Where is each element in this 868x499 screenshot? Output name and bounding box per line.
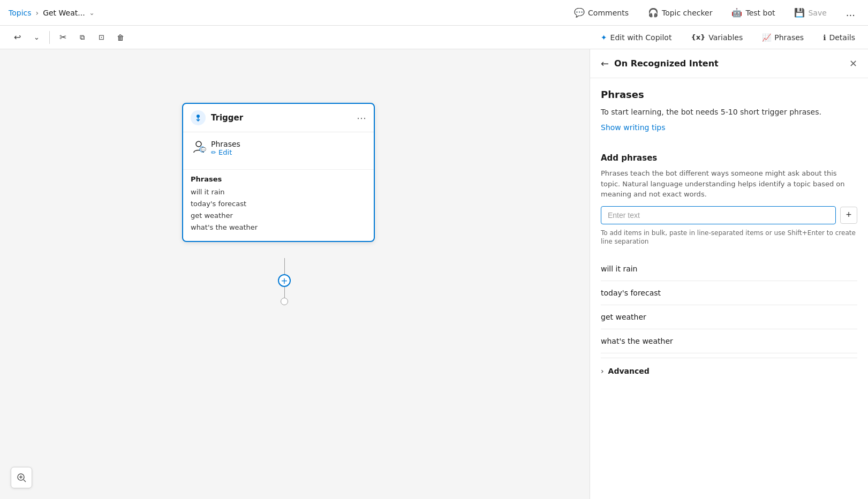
paste-button[interactable]: ⊡ xyxy=(93,29,110,46)
panel-header: ← On Recognized Intent ✕ xyxy=(590,49,868,78)
phrase-item-3: get weather xyxy=(191,210,366,222)
bulk-hint-text: To add items in bulk, paste in line-sepa… xyxy=(601,229,857,247)
svg-text:💬: 💬 xyxy=(201,147,206,152)
advanced-chevron-icon: › xyxy=(601,367,604,375)
trigger-header: Trigger ⋯ xyxy=(183,104,374,132)
toolbar: ↩ ⌄ ✂ ⧉ ⊡ 🗑 ✦ Edit with Copilot {x} Vari… xyxy=(0,26,868,49)
phrase-item-4: what's the weather xyxy=(191,222,366,233)
trigger-icon xyxy=(191,110,206,125)
topic-checker-icon: 🎧 xyxy=(648,7,659,18)
advanced-section[interactable]: › Advanced xyxy=(601,358,857,384)
trigger-header-left: Trigger xyxy=(191,110,243,125)
comments-icon: 💬 xyxy=(574,7,585,18)
details-icon: ℹ xyxy=(823,33,826,42)
right-panel: ← On Recognized Intent ✕ Phrases To star… xyxy=(590,49,868,499)
delete-button[interactable]: 🗑 xyxy=(112,29,129,46)
edit-pencil-icon: ✏ xyxy=(211,149,216,156)
more-button[interactable]: ... xyxy=(842,5,859,20)
connector-line-top xyxy=(284,258,285,274)
copy-button[interactable]: ⧉ xyxy=(73,29,90,46)
phrases-list-title: Phrases xyxy=(191,175,366,183)
variables-icon: {x} xyxy=(691,33,705,41)
toolbar-separator xyxy=(49,31,50,44)
phrases-description: To start learning, the bot needs 5-10 sh… xyxy=(601,107,857,118)
undo-button[interactable]: ↩ xyxy=(9,29,26,46)
phrases-row: 💬 Phrases ✏ Edit xyxy=(191,139,366,157)
edit-label: Edit xyxy=(218,148,232,156)
connector-end-circle xyxy=(281,298,288,305)
panel-close-button[interactable]: ✕ xyxy=(849,58,857,69)
phrase-list-item-3: get weather xyxy=(601,305,857,329)
save-button[interactable]: 💾 Save xyxy=(790,5,831,20)
svg-line-5 xyxy=(24,480,26,482)
add-phrases-title: Add phrases xyxy=(601,153,857,163)
redo-button[interactable]: ⌄ xyxy=(28,29,45,46)
breadcrumb: Topics › Get Weat... ⌄ xyxy=(9,9,95,17)
node-connector: + xyxy=(278,258,291,305)
trigger-title: Trigger xyxy=(211,113,243,123)
trigger-node[interactable]: Trigger ⋯ 💬 Phrases xyxy=(182,103,375,242)
test-bot-button[interactable]: 🤖 Test bot xyxy=(727,5,779,20)
panel-back-button[interactable]: ← xyxy=(601,58,609,69)
toolbar-left: ↩ ⌄ ✂ ⧉ ⊡ 🗑 xyxy=(9,29,129,46)
copilot-label: Edit with Copilot xyxy=(610,33,672,42)
phrases-edit-link[interactable]: ✏ Edit xyxy=(211,148,240,156)
breadcrumb-separator: › xyxy=(36,9,39,17)
phrase-input-row: + xyxy=(601,206,857,224)
connector-line-bottom xyxy=(284,287,285,298)
add-phrases-description: Phrases teach the bot different ways som… xyxy=(601,168,857,200)
panel-header-left: ← On Recognized Intent xyxy=(601,58,719,69)
canvas-area[interactable]: Trigger ⋯ 💬 Phrases xyxy=(0,49,590,499)
details-button[interactable]: ℹ Details xyxy=(819,31,859,44)
breadcrumb-current: Get Weat... xyxy=(43,9,85,17)
comments-button[interactable]: 💬 Comments xyxy=(570,5,633,20)
phrases-person-icon: 💬 xyxy=(191,139,207,157)
variables-button[interactable]: {x} Variables xyxy=(686,31,747,44)
analytics-label: Phrases xyxy=(774,33,804,42)
add-node-button[interactable]: + xyxy=(278,274,291,287)
phrases-section-title: Phrases xyxy=(601,89,857,100)
copilot-icon: ✦ xyxy=(601,33,607,42)
show-writing-tips-link[interactable]: Show writing tips xyxy=(601,123,665,132)
phrase-item-2: today's forecast xyxy=(191,198,366,210)
panel-title: On Recognized Intent xyxy=(614,58,719,69)
cut-button[interactable]: ✂ xyxy=(54,29,71,46)
zoom-button[interactable] xyxy=(11,467,32,488)
svg-point-0 xyxy=(197,115,200,118)
advanced-label: Advanced xyxy=(608,367,650,375)
phrase-list-item-1: will it rain xyxy=(601,257,857,281)
analytics-icon: 📈 xyxy=(762,33,771,42)
phrases-label: Phrases xyxy=(211,140,240,148)
topic-checker-label: Topic checker xyxy=(662,9,713,17)
test-bot-icon: 🤖 xyxy=(731,7,742,18)
save-icon: 💾 xyxy=(794,7,805,18)
phrase-text-input[interactable] xyxy=(601,206,836,224)
breadcrumb-chevron-icon[interactable]: ⌄ xyxy=(89,9,95,17)
phrase-list-item-4: what's the weather xyxy=(601,329,857,353)
variables-label: Variables xyxy=(708,33,743,42)
trigger-more-button[interactable]: ⋯ xyxy=(357,112,366,124)
phrases-label-group: Phrases ✏ Edit xyxy=(211,140,240,156)
svg-point-1 xyxy=(196,141,201,147)
top-nav: Topics › Get Weat... ⌄ 💬 Comments 🎧 Topi… xyxy=(0,0,868,26)
breadcrumb-topics-link[interactable]: Topics xyxy=(9,9,32,17)
edit-copilot-button[interactable]: ✦ Edit with Copilot xyxy=(597,31,676,44)
save-label: Save xyxy=(808,9,826,17)
phrases-section: 💬 Phrases ✏ Edit xyxy=(183,132,374,169)
main-content: Trigger ⋯ 💬 Phrases xyxy=(0,49,868,499)
toolbar-right: ✦ Edit with Copilot {x} Variables 📈 Phra… xyxy=(597,31,859,44)
test-bot-label: Test bot xyxy=(745,9,775,17)
phrase-list-item-2: today's forecast xyxy=(601,281,857,305)
comments-label: Comments xyxy=(588,9,629,17)
topic-checker-button[interactable]: 🎧 Topic checker xyxy=(644,5,717,20)
phrase-add-button[interactable]: + xyxy=(840,207,857,224)
details-label: Details xyxy=(829,33,855,42)
top-nav-actions: 💬 Comments 🎧 Topic checker 🤖 Test bot 💾 … xyxy=(570,5,859,20)
panel-body: Phrases To start learning, the bot needs… xyxy=(590,78,868,499)
phrases-list-section: Phrases will it rain today's forecast ge… xyxy=(183,169,374,241)
analytics-button[interactable]: 📈 Phrases xyxy=(758,31,808,44)
phrase-item-1: will it rain xyxy=(191,186,366,198)
